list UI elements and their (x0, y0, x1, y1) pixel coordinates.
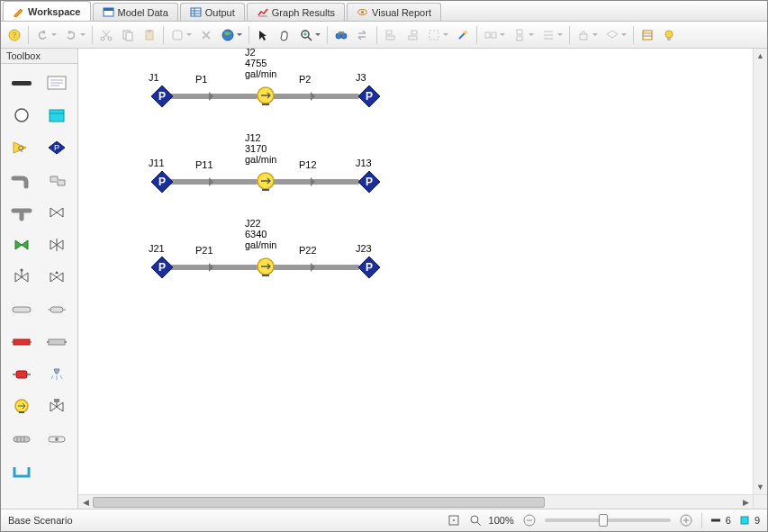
pipe[interactable] (270, 265, 360, 270)
horizontal-scrollbar[interactable]: ◀ ▶ (78, 494, 753, 509)
fit-button[interactable] (446, 512, 462, 528)
lock-button[interactable] (574, 25, 593, 45)
pressure-node[interactable]: P (357, 256, 381, 279)
align-left-button[interactable] (381, 25, 401, 45)
paste-button[interactable] (140, 25, 159, 45)
tool-valve-closed[interactable] (41, 230, 75, 260)
tool-pressure-node[interactable]: P (41, 132, 75, 163)
minus-icon (523, 514, 536, 527)
eye-icon (357, 6, 368, 18)
svg-text:?: ? (12, 31, 16, 40)
pressure-node[interactable]: P (150, 170, 174, 194)
tool-orifice[interactable] (41, 424, 75, 455)
scroll-thumb[interactable] (93, 497, 545, 508)
tool-spray[interactable] (41, 359, 75, 390)
pump-node[interactable] (254, 170, 277, 194)
svg-rect-80 (54, 399, 59, 402)
tool-elbow[interactable] (5, 165, 39, 195)
properties-button[interactable] (637, 25, 657, 45)
scroll-left-icon[interactable]: ◀ (78, 498, 93, 507)
tool-control-valve[interactable] (41, 392, 75, 422)
tool-screen[interactable] (5, 424, 39, 455)
redo-button[interactable] (61, 25, 81, 45)
pump-label: J22 6340 gal/min (245, 218, 276, 250)
pressure-node[interactable]: P (357, 85, 381, 108)
main-toolbar: ? (1, 22, 767, 49)
tab-label: Visual Report (372, 7, 431, 18)
close-button[interactable] (196, 25, 216, 45)
scroll-right-icon[interactable]: ▶ (738, 498, 753, 507)
cut-button[interactable] (96, 25, 116, 45)
align-right-button[interactable] (402, 25, 422, 45)
flip-h-button[interactable] (481, 25, 501, 45)
svg-line-104 (477, 522, 481, 526)
svg-rect-33 (409, 36, 417, 40)
pencil-icon (13, 5, 24, 17)
undo-button[interactable] (32, 25, 52, 45)
tab-label: Output (205, 7, 235, 18)
tab-output[interactable]: Output (180, 3, 245, 21)
flip-v-button[interactable] (510, 25, 529, 45)
delete-button[interactable] (167, 25, 187, 45)
pointer-button[interactable] (253, 25, 273, 45)
svg-rect-2 (191, 8, 201, 16)
swap-button[interactable] (353, 25, 373, 45)
tool-heat-short[interactable] (41, 294, 75, 325)
tool-tank[interactable] (41, 100, 75, 131)
slider-knob[interactable] (599, 514, 608, 527)
help-button[interactable]: ? (5, 25, 24, 45)
tool-component-b[interactable] (41, 327, 75, 357)
svg-rect-44 (643, 31, 652, 40)
tool-flow-valve[interactable] (5, 262, 39, 293)
scroll-down-icon[interactable]: ▼ (754, 480, 767, 494)
pressure-node[interactable]: P (150, 256, 174, 279)
bulb-button[interactable] (659, 25, 679, 45)
zoom-button[interactable] (296, 25, 316, 45)
tool-pipe[interactable] (5, 68, 39, 98)
tool-check-valve[interactable] (5, 230, 39, 260)
pipe[interactable] (270, 94, 360, 99)
copy-button[interactable] (118, 25, 138, 45)
tool-pump-red[interactable] (5, 359, 39, 390)
workspace-canvas[interactable]: J1J2 4755 gal/minJ3P1P2PPJ11J12 3170 gal… (78, 49, 753, 494)
pipe[interactable] (168, 265, 258, 270)
find-button[interactable] (331, 25, 351, 45)
tool-heat-long[interactable] (5, 294, 39, 325)
svg-point-8 (361, 11, 364, 14)
tool-open-channel[interactable] (5, 456, 39, 487)
svg-rect-111 (741, 517, 748, 524)
tool-bend[interactable] (41, 165, 75, 195)
group-button[interactable] (424, 25, 444, 45)
zoom-slider[interactable] (545, 518, 671, 522)
pressure-node[interactable]: P (150, 85, 174, 108)
tab-graph-results[interactable]: Graph Results (247, 3, 345, 21)
layer-button[interactable] (602, 25, 622, 45)
tool-reservoir[interactable] (5, 100, 39, 131)
svg-rect-16 (126, 32, 132, 41)
tab-visual-report[interactable]: Visual Report (347, 3, 441, 21)
tool-pump[interactable] (5, 392, 39, 422)
tool-annotation[interactable] (41, 68, 75, 98)
tool-relief-valve[interactable] (41, 262, 75, 293)
zoom-in-button[interactable] (678, 512, 694, 528)
wizard-button[interactable] (453, 25, 473, 45)
tab-model-data[interactable]: Model Data (93, 3, 178, 21)
zoom-out-button[interactable] (521, 512, 538, 528)
pump-node[interactable] (254, 256, 277, 279)
svg-text:P: P (158, 176, 166, 188)
tool-flow-source[interactable]: Q (5, 132, 39, 163)
globe-button[interactable] (218, 25, 238, 45)
pipe[interactable] (270, 179, 360, 185)
pipe[interactable] (168, 179, 258, 185)
tab-workspace[interactable]: Workspace (3, 1, 91, 21)
pan-button[interactable] (275, 25, 294, 45)
scroll-up-icon[interactable]: ▲ (754, 49, 767, 63)
tool-tee[interactable] (5, 197, 39, 228)
pipe[interactable] (168, 94, 258, 99)
tool-component-a[interactable] (5, 327, 39, 357)
vertical-scrollbar[interactable]: ▲ ▼ (753, 49, 767, 494)
pump-node[interactable] (254, 85, 277, 108)
distribute-button[interactable] (538, 25, 558, 45)
tool-valve[interactable] (41, 197, 75, 228)
pressure-node[interactable]: P (357, 170, 381, 194)
